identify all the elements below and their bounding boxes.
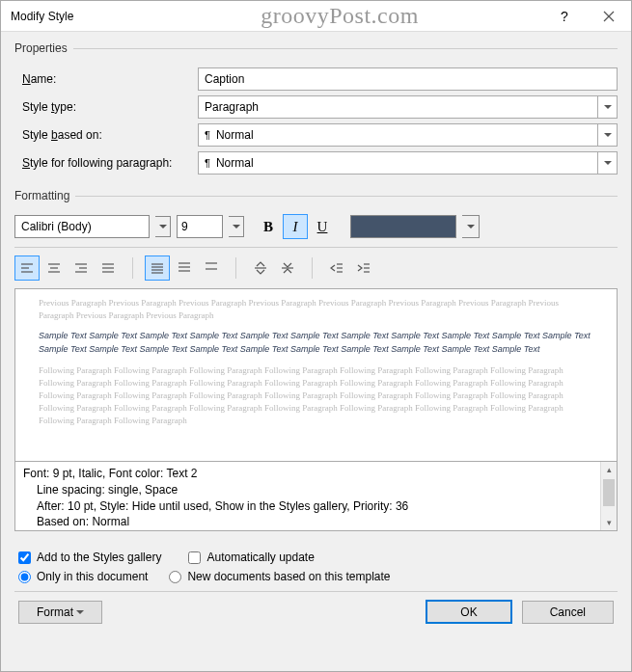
properties-group: Properties Name: Style type: Paragraph S… xyxy=(14,41,618,183)
indent-decrease-button[interactable] xyxy=(324,255,349,281)
indent-right-icon xyxy=(356,260,371,276)
scroll-up-icon: ▴ xyxy=(601,462,617,477)
italic-button[interactable]: I xyxy=(283,214,308,239)
chevron-down-icon xyxy=(233,220,240,233)
format-button[interactable]: Format xyxy=(18,601,102,624)
scroll-down-icon: ▾ xyxy=(601,515,617,530)
spacing-15-button[interactable] xyxy=(172,255,197,281)
preview-following: Following Paragraph Following Paragraph … xyxy=(39,364,593,427)
indent-increase-button[interactable] xyxy=(351,255,376,281)
properties-legend: Properties xyxy=(14,41,73,55)
scroll-thumb[interactable] xyxy=(603,479,615,506)
based-on-select[interactable]: ¶ Normal xyxy=(198,123,618,147)
font-family-select[interactable]: Calibri (Body) xyxy=(14,215,150,238)
only-this-document-radio[interactable]: Only in this document xyxy=(18,570,148,583)
style-type-label: Style type: xyxy=(14,100,198,114)
separator xyxy=(312,257,313,279)
formatting-legend: Formatting xyxy=(14,189,75,202)
align-left-button[interactable] xyxy=(14,255,40,281)
space-after-icon xyxy=(280,260,295,276)
chevron-down-icon xyxy=(467,220,475,233)
chevron-down-icon xyxy=(597,124,617,146)
paragraph-icon: ¶ xyxy=(205,157,210,169)
preview-box: Previous Paragraph Previous Paragraph Pr… xyxy=(14,288,618,462)
indent-left-icon xyxy=(329,260,344,276)
add-to-gallery-checkbox[interactable]: Add to the Styles gallery xyxy=(18,551,161,564)
font-color-swatch[interactable] xyxy=(350,215,456,238)
space-before-icon xyxy=(253,260,268,276)
auto-update-checkbox[interactable]: Automatically update xyxy=(188,551,314,564)
spacing-1-icon xyxy=(150,260,165,276)
align-right-button[interactable] xyxy=(69,255,94,281)
align-justify-icon xyxy=(100,260,116,276)
bold-button[interactable]: B xyxy=(256,214,281,239)
spacing-15-icon xyxy=(177,260,192,276)
underline-button[interactable]: U xyxy=(310,214,335,239)
spacing-double-button[interactable] xyxy=(199,255,224,281)
based-on-label: Style based on: xyxy=(14,128,198,142)
font-family-dropdown[interactable] xyxy=(155,216,171,237)
titlebar: Modify Style groovyPost.com ? xyxy=(1,1,631,32)
font-size-select[interactable]: 9 xyxy=(177,215,223,238)
spacing-single-button[interactable] xyxy=(145,255,170,281)
align-justify-button[interactable] xyxy=(96,255,121,281)
watermark: groovyPost.com xyxy=(261,3,419,29)
separator xyxy=(235,257,236,279)
dialog-title: Modify Style xyxy=(11,10,73,23)
preview-previous: Previous Paragraph Previous Paragraph Pr… xyxy=(39,297,593,322)
space-before-increase-button[interactable] xyxy=(248,255,273,281)
spacing-2-icon xyxy=(204,260,219,276)
align-center-button[interactable] xyxy=(41,255,67,281)
cancel-button[interactable]: Cancel xyxy=(522,601,614,624)
chevron-down-icon xyxy=(597,96,617,118)
chevron-down-icon xyxy=(597,152,617,174)
chevron-down-icon xyxy=(76,605,84,619)
style-description: Font: 9 pt, Italic, Font color: Text 2 L… xyxy=(14,462,618,531)
ok-button[interactable]: OK xyxy=(426,600,511,624)
following-select[interactable]: ¶ Normal xyxy=(198,151,618,175)
font-size-dropdown[interactable] xyxy=(229,216,244,237)
help-button[interactable]: ? xyxy=(542,1,587,32)
font-color-dropdown[interactable] xyxy=(462,215,480,238)
close-button[interactable] xyxy=(587,1,631,32)
align-left-icon xyxy=(19,260,35,276)
space-before-decrease-button[interactable] xyxy=(275,255,300,281)
style-type-select[interactable]: Paragraph xyxy=(198,95,618,119)
description-scrollbar[interactable]: ▴ ▾ xyxy=(600,462,617,530)
separator xyxy=(132,257,133,279)
following-label: Style for following paragraph: xyxy=(14,156,198,170)
new-documents-radio[interactable]: New documents based on this template xyxy=(169,570,390,583)
formatting-group: Formatting Calibri (Body) 9 B I U xyxy=(14,189,618,535)
preview-sample: Sample Text Sample Text Sample Text Samp… xyxy=(39,330,593,357)
name-label: Name: xyxy=(14,72,198,86)
name-field[interactable] xyxy=(198,67,618,91)
align-center-icon xyxy=(46,260,62,276)
close-icon xyxy=(601,9,617,24)
align-right-icon xyxy=(73,260,89,276)
chevron-down-icon xyxy=(159,220,167,233)
paragraph-icon: ¶ xyxy=(205,129,210,141)
